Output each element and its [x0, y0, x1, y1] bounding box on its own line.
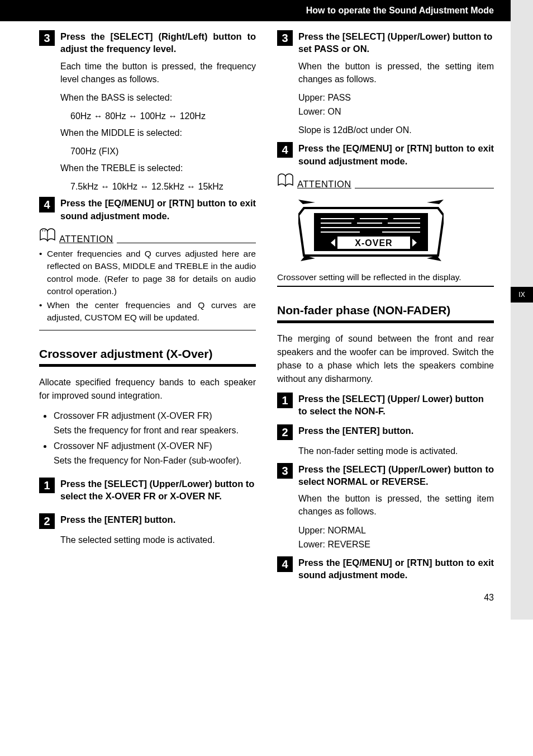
crossover-item-sub: Sets the frequency for front and rear sp… — [54, 424, 256, 437]
nf-step-2: 2 Press the [ENTER] button. — [277, 424, 494, 440]
step-title: Press the [SELECT] (Upper/Lower) button … — [298, 30, 494, 55]
middle-label: When the MIDDLE is selected: — [60, 126, 256, 139]
attention-item: When the center frequencies and Q curves… — [47, 299, 256, 324]
xover-step-1: 1 Press the [SELECT] (Upper/Lower) butto… — [39, 478, 256, 503]
crossover-item-head: Crossover NF adjustment (X-OVER NF) — [54, 440, 256, 453]
phase-option-lower: Lower: REVERSE — [298, 538, 494, 551]
display-text: X-OVER — [355, 238, 392, 248]
divider — [39, 330, 256, 330]
step-number-box: 1 — [277, 393, 293, 408]
step-number-box: 4 — [39, 197, 55, 212]
nf-step-1: 1 Press the [SELECT] (Upper/ Lower) butt… — [277, 393, 494, 418]
crossover-item-sub: Sets the frequency for Non-Fader (sub-wo… — [54, 454, 256, 467]
crossover-list: Crossover FR adjustment (X-OVER FR) Sets… — [39, 409, 256, 467]
attention-list: •Center frequencies and Q curves adjuste… — [39, 248, 256, 324]
display-figure: X-OVER — [298, 200, 494, 267]
attention-item: Center frequencies and Q curves adjusted… — [47, 248, 256, 298]
book-icon — [39, 228, 56, 244]
attention-label: ATTENTION — [297, 179, 351, 190]
bass-values: 60Hz ↔ 80Hz ↔ 100Hz ↔ 120Hz — [70, 110, 256, 123]
step-title: Press the [SELECT] (Upper/Lower) button … — [298, 463, 494, 488]
crossover-item-head: Crossover FR adjustment (X-OVER FR) — [54, 409, 256, 423]
step-number-box: 2 — [39, 513, 55, 529]
right-column: 3 Press the [SELECT] (Upper/Lower) butto… — [277, 28, 494, 586]
step-number-box: 3 — [277, 463, 293, 479]
step-body: When the button is pressed, the setting … — [298, 492, 494, 518]
step-body: The non-fader setting mode is activated. — [298, 445, 494, 457]
step-body: Each time the button is pressed, the fre… — [60, 60, 256, 86]
section-desc: Allocate specified frequency bands to ea… — [39, 376, 256, 403]
step-title: Press the [EQ/MENU] or [RTN] button to e… — [298, 142, 494, 167]
step-title: Press the [EQ/MENU] or [RTN] button to e… — [298, 556, 494, 582]
step-title: Press the [SELECT] (Right/Left) button t… — [60, 30, 256, 55]
left-step-3: 3 Press the [SELECT] (Right/Left) button… — [39, 30, 256, 55]
left-column: 3 Press the [SELECT] (Right/Left) button… — [39, 28, 256, 586]
page-number: 43 — [0, 593, 533, 603]
section-desc: The merging of sound between the front a… — [277, 332, 494, 386]
pass-option-upper: Upper: PASS — [298, 91, 494, 104]
treble-values: 7.5kHz ↔ 10kHz ↔ 12.5kHz ↔ 15kHz — [70, 180, 256, 193]
page-header: How to operate the Sound Adjustment Mode — [0, 0, 533, 21]
middle-values: 700Hz (FIX) — [70, 145, 256, 158]
section-title-xover: Crossover adjustment (X-Over) — [39, 347, 256, 361]
step-title: Press the [ENTER] button. — [60, 513, 175, 526]
phase-option-upper: Upper: NORMAL — [298, 524, 494, 537]
step-number-box: 2 — [277, 424, 293, 440]
attention-label: ATTENTION — [59, 234, 113, 244]
left-step-4: 4 Press the [EQ/MENU] or [RTN] button to… — [39, 197, 256, 222]
figure-caption: Crossover setting will be reflected in t… — [277, 272, 494, 282]
step-title: Press the [ENTER] button. — [298, 424, 413, 437]
step-number-box: 3 — [39, 30, 55, 46]
step-number-box: 1 — [39, 478, 55, 493]
attention-rule — [355, 188, 494, 188]
section-bar — [39, 364, 256, 367]
step-body: When the button is pressed, the setting … — [298, 60, 494, 86]
attention-heading: ATTENTION — [277, 173, 494, 190]
bass-label: When the BASS is selected: — [60, 91, 256, 104]
step-title: Press the [SELECT] (Upper/ Lower) button… — [298, 393, 494, 418]
step-number-box: 4 — [277, 556, 293, 572]
right-step-3: 3 Press the [SELECT] (Upper/Lower) butto… — [277, 30, 494, 55]
book-icon — [277, 173, 294, 190]
section-title-nonfader: Non-fader phase (NON-FADER) — [277, 304, 494, 317]
nf-step-4: 4 Press the [EQ/MENU] or [RTN] button to… — [277, 556, 494, 582]
slope-note: Slope is 12dB/oct under ON. — [298, 124, 494, 136]
divider — [277, 286, 494, 287]
step-title: Press the [SELECT] (Upper/Lower) button … — [60, 478, 256, 503]
attention-heading: ATTENTION — [39, 228, 256, 244]
step-body: The selected setting mode is activated. — [60, 533, 256, 546]
treble-label: When the TREBLE is selected: — [60, 162, 256, 174]
step-number-box: 4 — [277, 142, 293, 158]
pass-option-lower: Lower: ON — [298, 105, 494, 118]
right-step-4: 4 Press the [EQ/MENU] or [RTN] button to… — [277, 142, 494, 167]
attention-rule — [117, 243, 256, 243]
nf-step-3: 3 Press the [SELECT] (Upper/Lower) butto… — [277, 463, 494, 488]
step-title: Press the [EQ/MENU] or [RTN] button to e… — [60, 197, 256, 222]
step-number-box: 3 — [277, 30, 293, 46]
xover-step-2: 2 Press the [ENTER] button. — [39, 513, 256, 529]
section-bar — [277, 320, 494, 323]
